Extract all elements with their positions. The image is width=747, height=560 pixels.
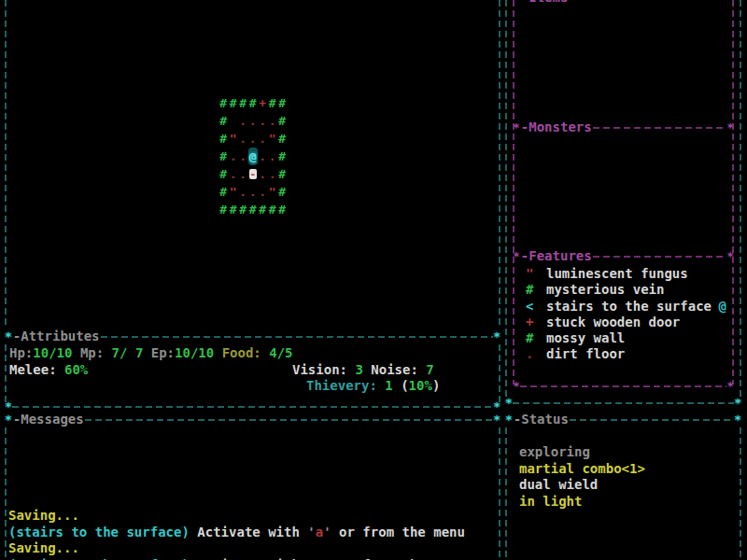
panel-corner: *: [513, 119, 520, 135]
map-cell: #: [277, 165, 288, 183]
border-dashes: [520, 385, 726, 387]
attributes-panel-header: * -Attributes *: [5, 329, 500, 344]
text-segment: 1: [385, 378, 392, 393]
features-panel-header: * -Features *: [513, 248, 734, 264]
map-cell: #: [277, 183, 288, 201]
text-segment: Noise:: [363, 362, 426, 377]
map-cell: .: [238, 112, 248, 130]
map-cell: #: [248, 201, 259, 218]
panel-corner: *: [493, 412, 500, 427]
messages-panel-border-left: [5, 427, 7, 560]
feature-symbol: +: [526, 315, 546, 331]
text-segment: 3: [355, 362, 362, 377]
text-segment: Ep:: [143, 345, 175, 360]
feature-label: mossy wall: [546, 330, 625, 347]
attributes-panel-border-right: [499, 344, 500, 405]
map-cell: .: [229, 165, 239, 183]
message-segment: Saving...: [8, 540, 79, 555]
text-segment: 60%: [64, 362, 88, 377]
map-cell: #: [229, 94, 239, 112]
feature-entry: <stairs to the surface@: [526, 299, 732, 315]
map-cell: #: [218, 130, 229, 147]
message-segment: a: [316, 557, 323, 560]
features-panel-title: -Features: [520, 248, 593, 265]
map-cell: #: [268, 201, 278, 218]
map-cell: .: [268, 147, 278, 165]
map-cell: .: [268, 165, 278, 183]
game-screen: ####+### ....##"..."##..@..##..-..##"...…: [0, 0, 747, 560]
map-cell: #: [268, 94, 278, 112]
status-effect: in light: [519, 494, 734, 511]
map-cell: .: [238, 183, 248, 201]
panel-corner: *: [734, 395, 741, 411]
map-cell: #: [218, 112, 229, 130]
status-panel-border-left: [505, 427, 507, 560]
feature-entry: +stuck wooden door: [526, 315, 732, 330]
text-segment: Food:: [214, 345, 269, 360]
feature-label: stuck wooden door: [546, 315, 680, 331]
feature-symbol: <: [526, 299, 546, 315]
map-cell: ": [268, 130, 278, 147]
feature-symbol: ": [526, 266, 546, 283]
vision-noise-stats: Vision: 3 Noise: 7: [292, 362, 434, 379]
text-segment: 4/5: [269, 345, 292, 360]
message-segment: ': [323, 525, 331, 539]
feature-symbol: #: [526, 282, 546, 299]
dungeon-map[interactable]: ####+### ....##"..."##..@..##..-..##"...…: [218, 94, 288, 218]
feature-entry: #mysterious vein: [526, 282, 732, 298]
feature-entry: .dirt floor: [526, 346, 732, 362]
map-cell: .: [258, 112, 268, 130]
map-cell: #: [238, 201, 248, 218]
status-panel-title: -Status: [513, 412, 570, 428]
feature-label: mysterious vein: [546, 282, 664, 299]
header-dashes: [593, 256, 726, 258]
status-effects: exploringmartial combo<1>dual wieldin li…: [519, 444, 734, 510]
message-segment: (stairs to the surface): [8, 525, 190, 539]
status-effect: dual wield: [519, 477, 734, 494]
status-panel-header: * -Status *: [505, 412, 741, 427]
feature-symbol: #: [526, 330, 546, 347]
feature-entry: "luminescent fungus: [526, 266, 732, 282]
message-segment: ': [307, 525, 315, 539]
map-cell: #: [218, 201, 229, 218]
map-cell: #: [218, 183, 229, 201]
text-segment: Thievery:: [306, 378, 385, 393]
message-line: (stairs to the surface) Activate with 'a…: [8, 525, 494, 541]
map-cell: #: [277, 147, 288, 165]
header-dashes: [101, 336, 494, 338]
messages-panel-header: * -Messages *: [5, 412, 500, 427]
map-cell: .: [238, 165, 248, 183]
hp-mp-ep-food-line: Hp:10/10 Mp: 7/ 7 Ep:10/10 Food: 4/5: [9, 345, 293, 362]
map-cell: .: [258, 147, 268, 165]
messages-panel-title: -Messages: [12, 412, 85, 428]
text-segment: ): [432, 378, 440, 393]
message-segment: ': [307, 557, 315, 560]
panel-corner: *: [505, 412, 513, 427]
status-effect: exploring: [519, 444, 734, 461]
map-cell: #: [218, 94, 229, 112]
panel-corner: *: [513, 248, 520, 264]
sidebar-outer-border-right: [740, 0, 741, 401]
header-dashes: [593, 127, 726, 129]
attributes-panel-title: -Attributes: [12, 329, 101, 345]
attributes-panel-border-left: [5, 344, 7, 405]
items-panel-header: * -Items *: [513, 0, 734, 6]
feature-symbol: .: [526, 346, 546, 363]
panel-corner: *: [726, 119, 734, 135]
map-cell: +: [258, 94, 268, 112]
text-segment: 7/ 7: [112, 345, 144, 360]
map-cell: .: [229, 147, 239, 165]
player-position-marker: @: [719, 299, 732, 315]
map-cell: -: [249, 169, 258, 179]
map-cell: .: [248, 183, 259, 201]
text-segment: 7: [426, 362, 433, 377]
map-cell: .: [248, 112, 259, 130]
map-cell: .: [238, 130, 248, 147]
thievery-stat: Thievery: 1 (10%): [306, 378, 440, 395]
feature-entry: #mossy wall: [526, 330, 732, 346]
map-cell: #: [248, 94, 259, 112]
map-cell: #: [277, 94, 288, 112]
panel-corner: *: [513, 378, 520, 394]
text-segment: 10/10: [33, 345, 72, 360]
map-cell: [229, 112, 239, 130]
